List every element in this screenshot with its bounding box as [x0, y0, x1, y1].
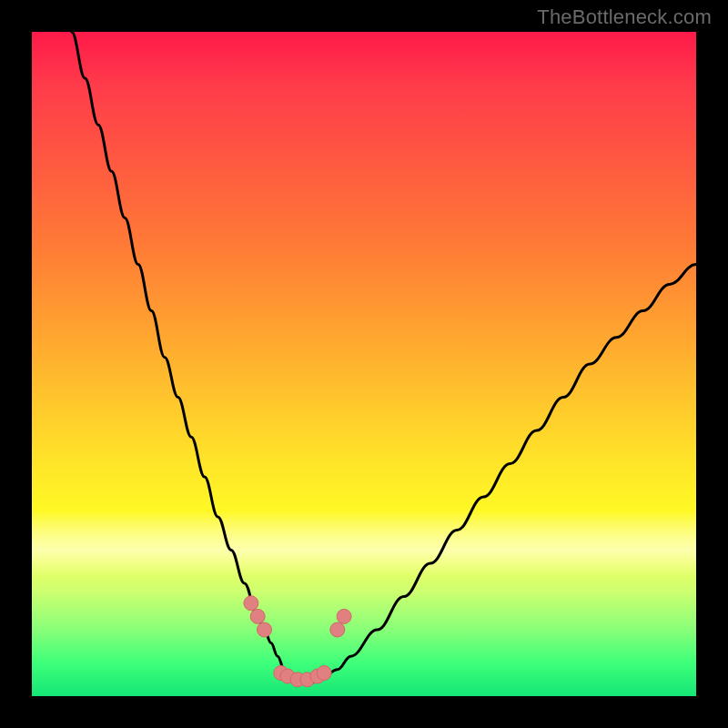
curve-marker: [330, 622, 345, 637]
bottleneck-curve: [72, 32, 696, 682]
outer-frame: TheBottleneck.com: [0, 0, 728, 728]
bottleneck-curve-svg: [32, 32, 696, 696]
curve-marker: [258, 622, 272, 637]
curve-marker: [244, 596, 258, 611]
curve-marker: [337, 609, 351, 623]
watermark-text: TheBottleneck.com: [537, 5, 712, 29]
curve-marker: [250, 609, 265, 623]
curve-markers-group: [244, 596, 351, 687]
curve-marker: [317, 666, 331, 681]
gradient-plot-area: [32, 32, 696, 696]
